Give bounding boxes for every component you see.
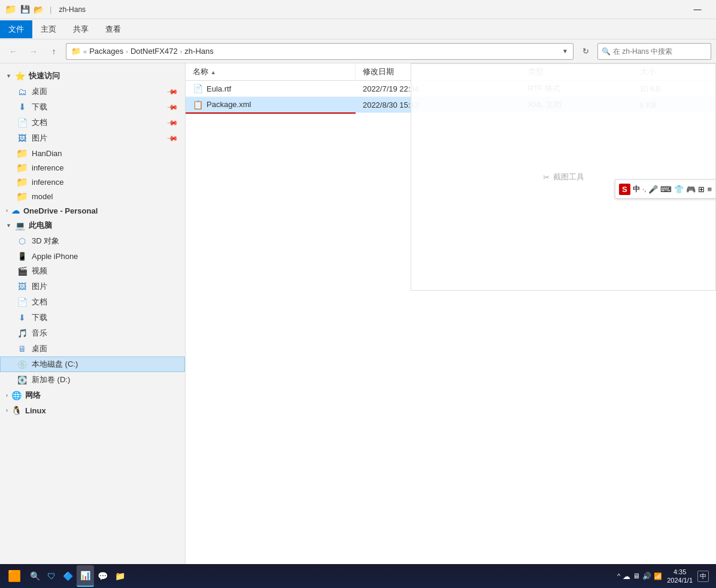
path-zhHans[interactable]: zh-Hans bbox=[184, 47, 213, 56]
sohu-keyboard-icon[interactable]: ⌨ bbox=[660, 185, 672, 194]
taskbar-wechat-button[interactable]: 💬 bbox=[94, 565, 111, 587]
sidebar-item-desktop-label: 桌面 bbox=[32, 86, 47, 97]
file-name-cell[interactable]: 📄 Eula.rtf bbox=[186, 81, 356, 97]
linux-label: Linux bbox=[25, 406, 46, 415]
nav-back-button[interactable]: ← bbox=[5, 43, 22, 60]
sidebar-section-onedrive[interactable]: › ☁ OneDrive - Personal bbox=[0, 203, 185, 218]
sidebar-item-desktop-pc[interactable]: 🖥 桌面 bbox=[0, 341, 185, 357]
search-input[interactable] bbox=[613, 47, 707, 56]
network-label: 网络 bbox=[25, 390, 41, 401]
tray-date: 2024/1/1 bbox=[667, 576, 693, 584]
taskbar-defender-button[interactable]: 🛡 bbox=[44, 565, 59, 587]
sidebar-item-handian[interactable]: 📁 HanDian bbox=[0, 146, 185, 160]
sidebar-item-video[interactable]: 🎬 视频 bbox=[0, 263, 185, 279]
minimize-button[interactable]: — bbox=[684, 0, 711, 19]
pictures-pin-icon: 📌 bbox=[166, 132, 179, 145]
sidebar-item-pictures-pc-label: 图片 bbox=[32, 281, 47, 292]
download-pin-icon: 📌 bbox=[166, 101, 179, 114]
taskbar-defender-icon: 🛡 bbox=[47, 571, 56, 581]
handian-folder-icon: 📁 bbox=[17, 148, 27, 158]
network-icon: 🌐 bbox=[11, 391, 22, 400]
sidebar-item-documents[interactable]: 📄 文档 📌 bbox=[0, 115, 185, 130]
taskbar-excel-icon: 📊 bbox=[80, 571, 90, 580]
sidebar-item-documents-pc[interactable]: 📄 文档 bbox=[0, 294, 185, 310]
sidebar-item-pictures[interactable]: 🖼 图片 📌 bbox=[0, 130, 185, 146]
sidebar-item-cdrive[interactable]: 💿 本地磁盘 (C:) bbox=[0, 357, 185, 372]
sidebar-section-thispc[interactable]: ▼ 💻 此电脑 bbox=[0, 218, 185, 233]
path-dropdown-icon[interactable]: ▼ bbox=[562, 48, 568, 54]
sohu-game-icon[interactable]: 🎮 bbox=[686, 185, 696, 194]
sidebar-item-3d-label: 3D 对象 bbox=[32, 236, 59, 246]
tray-chevron[interactable]: ^ bbox=[617, 572, 620, 580]
path-folder-icon: 📁 bbox=[71, 47, 81, 56]
nav-up-button[interactable]: ↑ bbox=[45, 43, 62, 60]
taskbar-filemgr-button[interactable]: 📁 bbox=[111, 565, 129, 587]
sidebar-item-3d[interactable]: ⬡ 3D 对象 bbox=[0, 233, 185, 249]
menu-file[interactable]: 文件 bbox=[0, 20, 32, 38]
sidebar-item-model-label: model bbox=[32, 192, 53, 201]
sohu-grid-icon[interactable]: ⊞ bbox=[698, 185, 705, 194]
sidebar-section-network[interactable]: › 🌐 网络 bbox=[0, 388, 185, 403]
sidebar-item-iphone[interactable]: 📱 Apple iPhone bbox=[0, 249, 185, 263]
ddrive-icon: 💽 bbox=[17, 375, 27, 385]
sidebar-item-inference1-label: inference bbox=[32, 163, 63, 172]
path-packages[interactable]: Packages bbox=[89, 47, 123, 56]
address-path[interactable]: 📁 « Packages › DotNetFX472 › zh-Hans ▼ bbox=[66, 43, 574, 60]
desktop2-icon: 🖥 bbox=[17, 344, 27, 354]
sidebar-item-music[interactable]: 🎵 音乐 bbox=[0, 325, 185, 341]
nav-forward-button[interactable]: → bbox=[25, 43, 42, 60]
sidebar-item-inference1[interactable]: 📁 inference bbox=[0, 160, 185, 175]
back-folder-icon: 📂 bbox=[34, 5, 44, 14]
tray-network-icon[interactable]: 📶 bbox=[654, 572, 662, 580]
sidebar-section-quick-access[interactable]: ▼ ⭐ 快速访问 bbox=[0, 68, 185, 84]
taskbar-devtools-button[interactable]: 🔷 bbox=[59, 565, 77, 587]
sidebar-item-download[interactable]: ⬇ 下载 📌 bbox=[0, 99, 185, 115]
addressbar: ← → ↑ 📁 « Packages › DotNetFX472 › zh-Ha… bbox=[0, 39, 716, 63]
tray-clock[interactable]: 4:35 2024/1/1 bbox=[665, 568, 695, 585]
menu-view[interactable]: 查看 bbox=[97, 20, 129, 38]
sidebar-item-ddrive[interactable]: 💽 新加卷 (D:) bbox=[0, 372, 185, 388]
titlebar: 📁 💾 📂 | zh-Hans — bbox=[0, 0, 716, 19]
tray-cloud-icon[interactable]: ☁ bbox=[623, 572, 630, 581]
menubar: 文件 主页 共享 查看 bbox=[0, 19, 716, 39]
taskbar-filemgr-icon: 📁 bbox=[115, 571, 125, 581]
search-icon: 🔍 bbox=[602, 47, 611, 56]
menu-share[interactable]: 共享 bbox=[65, 20, 97, 38]
tray-screen-icon[interactable]: 🖥 bbox=[633, 572, 640, 580]
sidebar-item-inference2[interactable]: 📁 inference bbox=[0, 175, 185, 189]
taskbar-excel-button[interactable]: 📊 bbox=[77, 565, 94, 587]
start-button[interactable]: 🟧 bbox=[2, 564, 26, 588]
col-name[interactable]: 名称 ▲ bbox=[186, 63, 356, 81]
taskbar-search-button[interactable]: 🔍 bbox=[26, 565, 44, 587]
thispc-chevron: ▼ bbox=[6, 223, 11, 229]
sohu-ime-label: 中 bbox=[633, 184, 640, 194]
path-dotnetfx[interactable]: DotNetFX472 bbox=[131, 47, 178, 56]
network-chevron: › bbox=[6, 392, 8, 398]
sidebar-item-pictures-pc[interactable]: 🖼 图片 bbox=[0, 279, 185, 294]
picture-thispc-icon: 🖼 bbox=[17, 282, 27, 291]
sidebar-item-download-pc[interactable]: ⬇ 下载 bbox=[0, 310, 185, 325]
refresh-button[interactable]: ↻ bbox=[577, 43, 594, 60]
sidebar-item-model[interactable]: 📁 model bbox=[0, 189, 185, 203]
path-sep2: › bbox=[126, 48, 128, 55]
menu-home[interactable]: 主页 bbox=[32, 20, 65, 38]
3d-objects-icon: ⬡ bbox=[17, 236, 27, 246]
sidebar-item-ddrive-label: 新加卷 (D:) bbox=[32, 374, 70, 385]
sidebar-item-cdrive-label: 本地磁盘 (C:) bbox=[32, 359, 78, 370]
save-title-icon: 💾 bbox=[20, 5, 30, 14]
snipping-text: 截图工具 bbox=[553, 172, 584, 182]
window-title: zh-Hans bbox=[59, 5, 86, 14]
tray-speaker-icon[interactable]: 🔊 bbox=[642, 572, 651, 580]
sohu-more-icon[interactable]: ≡ bbox=[707, 185, 712, 194]
sohu-shirt-icon[interactable]: 👕 bbox=[674, 185, 684, 194]
sidebar-section-linux[interactable]: › 🐧 Linux bbox=[0, 403, 185, 418]
sidebar-item-iphone-label: Apple iPhone bbox=[32, 252, 78, 261]
sidebar-item-documents-label: 文档 bbox=[32, 117, 47, 128]
file-name-cell-xml[interactable]: 📋 Package.xml bbox=[186, 97, 356, 113]
sohu-mic-icon[interactable]: 🎤 bbox=[648, 185, 658, 194]
documents-pin-icon: 📌 bbox=[166, 117, 179, 129]
tray-time: 4:35 bbox=[667, 568, 693, 576]
tray-ime-indicator[interactable]: 中 bbox=[697, 571, 709, 582]
sohu-dot-icon: ·, bbox=[642, 185, 647, 193]
sidebar-item-desktop[interactable]: 🗂 桌面 📌 bbox=[0, 84, 185, 99]
